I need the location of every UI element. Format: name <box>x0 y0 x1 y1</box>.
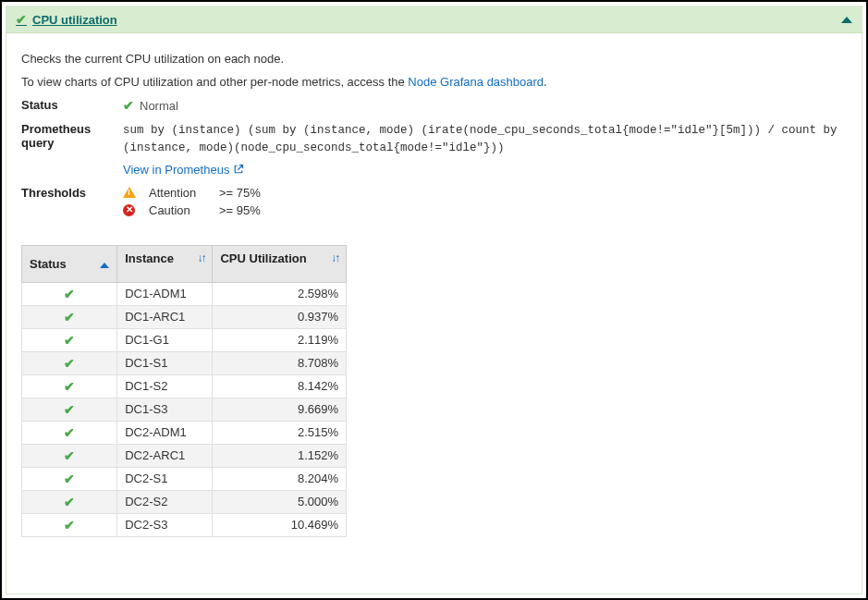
status-row: Status ✔ Normal <box>21 98 847 113</box>
row-status: ✔ <box>22 513 117 536</box>
row-instance: DC2-S1 <box>117 467 213 490</box>
thresholds-row: Thresholds ! Attention >= 75% ✕ Caution … <box>21 186 847 217</box>
row-cpu: 10.469% <box>213 513 347 536</box>
row-status: ✔ <box>22 444 117 467</box>
check-icon: ✔ <box>64 518 75 533</box>
col-header-instance[interactable]: Instance ↓↑ <box>117 245 213 282</box>
caution-label: Caution <box>149 203 214 217</box>
collapse-icon[interactable] <box>841 17 852 23</box>
table-row: ✔DC2-S310.469% <box>22 513 347 536</box>
row-status: ✔ <box>22 305 117 328</box>
external-link-icon <box>233 163 244 177</box>
node-grafana-link[interactable]: Node Grafana dashboard <box>408 75 544 89</box>
sort-icon: ↓↑ <box>331 251 338 264</box>
table-row: ✔DC1-S18.708% <box>22 351 347 374</box>
status-value-wrap: ✔ Normal <box>123 98 847 113</box>
table-body: ✔DC1-ADM12.598%✔DC1-ARC10.937%✔DC1-G12.1… <box>22 282 347 536</box>
cpu-utilization-panel: ✔ CPU utilization Checks the current CPU… <box>6 6 862 594</box>
attention-value: >= 75% <box>219 186 847 200</box>
row-status: ✔ <box>22 282 117 305</box>
panel-title[interactable]: ✔ CPU utilization <box>16 12 117 27</box>
desc2-suffix: . <box>544 75 547 89</box>
col-header-cpu[interactable]: CPU Utilization ↓↑ <box>213 245 347 282</box>
table-row: ✔DC1-G12.119% <box>22 328 347 351</box>
check-icon: ✔ <box>64 425 75 440</box>
row-status: ✔ <box>22 490 117 513</box>
row-status: ✔ <box>22 398 117 421</box>
table-row: ✔DC1-ARC10.937% <box>22 305 347 328</box>
check-icon: ✔ <box>64 310 75 324</box>
row-instance: DC2-ADM1 <box>117 421 213 444</box>
row-status: ✔ <box>22 351 117 374</box>
check-icon: ✔ <box>64 287 75 301</box>
check-icon: ✔ <box>64 471 75 486</box>
col-header-status[interactable]: Status <box>22 245 117 282</box>
view-in-prometheus-link[interactable]: View in Prometheus <box>123 163 244 177</box>
panel-title-text: CPU utilization <box>32 13 117 27</box>
caution-icon: ✕ <box>123 204 135 216</box>
col-header-instance-label: Instance <box>125 251 174 265</box>
prometheus-query-value-wrap: sum by (instance) (sum by (instance, mod… <box>123 122 847 177</box>
table-row: ✔DC1-S39.669% <box>22 398 347 421</box>
row-cpu: 0.937% <box>213 305 347 328</box>
attention-label: Attention <box>149 186 214 200</box>
row-cpu: 2.119% <box>213 328 347 351</box>
desc2-prefix: To view charts of CPU utilization and ot… <box>21 75 408 89</box>
check-icon: ✔ <box>64 495 75 509</box>
row-instance: DC1-S1 <box>117 351 213 374</box>
check-icon: ✔ <box>64 402 75 417</box>
row-instance: DC2-ARC1 <box>117 444 213 467</box>
row-instance: DC1-ARC1 <box>117 305 213 328</box>
row-instance: DC1-S2 <box>117 374 213 398</box>
check-icon: ✔ <box>123 98 134 113</box>
row-status: ✔ <box>22 467 117 490</box>
row-cpu: 2.598% <box>213 282 347 305</box>
table-row: ✔DC2-S25.000% <box>22 490 347 513</box>
row-instance: DC2-S2 <box>117 490 213 513</box>
check-icon: ✔ <box>64 356 75 371</box>
prometheus-query-row: Prometheus query sum by (instance) (sum … <box>21 122 847 177</box>
table-row: ✔DC2-ARC11.152% <box>22 444 347 467</box>
table-header-row: Status Instance ↓↑ CPU Utilization ↓↑ <box>22 245 347 282</box>
attention-icon: ! <box>123 187 136 198</box>
table-row: ✔DC2-S18.204% <box>22 467 347 490</box>
row-instance: DC1-G1 <box>117 328 213 351</box>
description-line-2: To view charts of CPU utilization and ot… <box>21 75 847 89</box>
view-in-prometheus-label: View in Prometheus <box>123 163 229 177</box>
panel-header[interactable]: ✔ CPU utilization <box>6 6 862 33</box>
panel-body: Checks the current CPU utilization on ea… <box>6 33 862 550</box>
check-icon: ✔ <box>16 12 27 27</box>
row-cpu: 5.000% <box>213 490 347 513</box>
table-row: ✔DC2-ADM12.515% <box>22 421 347 444</box>
sort-icon: ↓↑ <box>197 251 204 264</box>
status-label: Status <box>21 98 123 112</box>
description-line-1: Checks the current CPU utilization on ea… <box>21 52 847 66</box>
row-cpu: 2.515% <box>213 421 347 444</box>
row-cpu: 8.708% <box>213 351 347 374</box>
check-icon: ✔ <box>64 379 75 394</box>
col-header-status-label: Status <box>30 257 67 271</box>
cpu-table: Status Instance ↓↑ CPU Utilization ↓↑ ✔D… <box>21 245 347 537</box>
table-row: ✔DC1-S28.142% <box>22 374 347 398</box>
row-instance: DC1-S3 <box>117 398 213 421</box>
col-header-cpu-label: CPU Utilization <box>220 251 306 265</box>
status-value: Normal <box>140 99 178 113</box>
prometheus-query-label: Prometheus query <box>21 122 123 150</box>
row-instance: DC2-S3 <box>117 513 213 536</box>
row-cpu: 1.152% <box>213 444 347 467</box>
sort-asc-icon <box>100 263 109 268</box>
row-status: ✔ <box>22 421 117 444</box>
check-icon: ✔ <box>64 448 75 463</box>
thresholds-grid: ! Attention >= 75% ✕ Caution >= 95% <box>123 186 847 217</box>
thresholds-label: Thresholds <box>21 186 123 200</box>
row-instance: DC1-ADM1 <box>117 282 213 305</box>
check-icon: ✔ <box>64 333 75 348</box>
row-cpu: 8.204% <box>213 467 347 490</box>
table-row: ✔DC1-ADM12.598% <box>22 282 347 305</box>
row-status: ✔ <box>22 374 117 398</box>
prometheus-query-code: sum by (instance) (sum by (instance, mod… <box>123 122 847 157</box>
row-cpu: 8.142% <box>213 374 347 398</box>
caution-value: >= 95% <box>219 203 847 217</box>
row-cpu: 9.669% <box>213 398 347 421</box>
row-status: ✔ <box>22 328 117 351</box>
